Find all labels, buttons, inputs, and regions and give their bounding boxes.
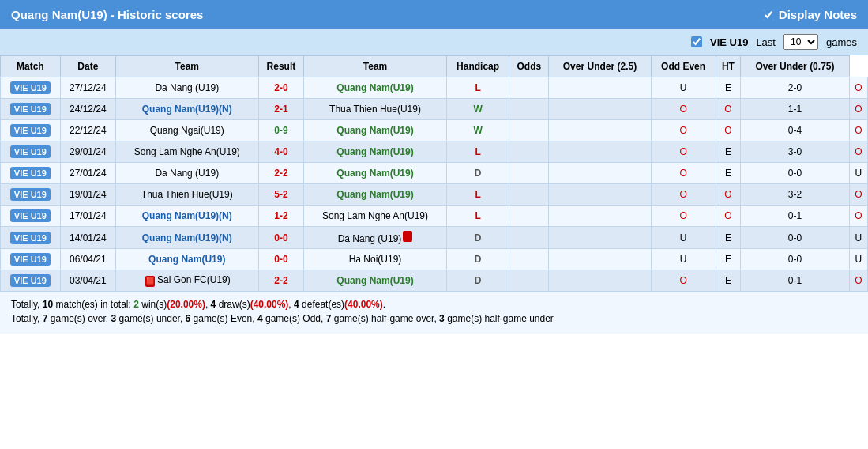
- cell-team-home: Da Nang (U19): [115, 77, 258, 99]
- cell-oe: O: [716, 99, 741, 120]
- cell-ou075: O: [849, 77, 867, 99]
- cell-team-away: Quang Nam(U19): [304, 141, 447, 163]
- cell-odds: [549, 77, 651, 99]
- cell-date: 03/04/21: [60, 270, 115, 292]
- cell-ou075: U: [849, 227, 867, 249]
- cell-result: W: [446, 120, 509, 141]
- cell-match: VIE U19: [1, 163, 61, 184]
- cell-result: D: [446, 163, 509, 184]
- table-row: VIE U1903/04/21🟥 Sai Gon FC(U19)2-2Quang…: [1, 270, 868, 292]
- cell-match: VIE U19: [1, 184, 61, 206]
- cell-team-home: Da Nang (U19): [115, 163, 258, 184]
- cell-score: 0-9: [258, 120, 304, 141]
- table-row: VIE U1922/12/24Quang Ngai(U19)0-9Quang N…: [1, 120, 868, 141]
- table-row: VIE U1914/01/24Quang Nam(U19)(N)0-0Da Na…: [1, 227, 868, 249]
- col-team-home: Team: [115, 56, 258, 77]
- cell-ht: 0-0: [741, 227, 850, 249]
- col-oe: Odd Even: [651, 56, 716, 77]
- cell-team-home: Quang Nam(U19): [115, 249, 258, 270]
- footer-line1: Totally, 10 match(es) in total: 2 win(s)…: [11, 299, 857, 310]
- cell-result: D: [446, 270, 509, 292]
- col-ht: HT: [716, 56, 741, 77]
- cell-date: 27/12/24: [60, 77, 115, 99]
- cell-ht: 0-0: [741, 163, 850, 184]
- table-row: VIE U1906/04/21Quang Nam(U19)0-0Ha Noi(U…: [1, 249, 868, 270]
- cell-ou075: O: [849, 270, 867, 292]
- cell-team-away: Ha Noi(U19): [304, 249, 447, 270]
- cell-ht: 3-2: [741, 184, 850, 206]
- cell-handicap: [509, 99, 549, 120]
- cell-team-home: Quang Nam(U19)(N): [115, 99, 258, 120]
- cell-oe: O: [716, 184, 741, 206]
- cell-ou25: O: [651, 141, 716, 163]
- league-label: VIE U19: [710, 36, 748, 48]
- col-odds: Odds: [509, 56, 549, 77]
- footer: Totally, 10 match(es) in total: 2 win(s)…: [0, 292, 868, 334]
- cell-odds: [549, 120, 651, 141]
- cell-odds: [549, 99, 651, 120]
- cell-ht: 0-1: [741, 206, 850, 227]
- col-date: Date: [60, 56, 115, 77]
- cell-date: 27/01/24: [60, 163, 115, 184]
- table-row: VIE U1927/01/24Da Nang (U19)2-2Quang Nam…: [1, 163, 868, 184]
- table-row: VIE U1917/01/24Quang Nam(U19)(N)1-2Song …: [1, 206, 868, 227]
- cell-handicap: [509, 120, 549, 141]
- col-handicap: Handicap: [446, 56, 509, 77]
- cell-score: 2-2: [258, 163, 304, 184]
- cell-team-home: Quang Nam(U19)(N): [115, 206, 258, 227]
- cell-odds: [549, 141, 651, 163]
- cell-match: VIE U19: [1, 270, 61, 292]
- cell-match: VIE U19: [1, 99, 61, 120]
- cell-team-home: 🟥 Sai Gon FC(U19): [115, 270, 258, 292]
- cell-date: 24/12/24: [60, 99, 115, 120]
- cell-odds: [549, 163, 651, 184]
- cell-ou075: O: [849, 99, 867, 120]
- cell-team-away: Song Lam Nghe An(U19): [304, 206, 447, 227]
- cell-match: VIE U19: [1, 206, 61, 227]
- games-select[interactable]: 10 5 15 20 25: [783, 34, 818, 50]
- table-row: VIE U1927/12/24Da Nang (U19)2-0Quang Nam…: [1, 77, 868, 99]
- cell-ou25: O: [651, 120, 716, 141]
- cell-score: 5-2: [258, 184, 304, 206]
- cell-score: 2-0: [258, 77, 304, 99]
- subheader: VIE U19 Last 10 5 15 20 25 games: [0, 29, 868, 55]
- page-title: Quang Nam(U19) - Historic scores: [11, 8, 203, 21]
- cell-handicap: [509, 206, 549, 227]
- cell-result: L: [446, 184, 509, 206]
- cell-score: 2-1: [258, 99, 304, 120]
- cell-handicap: [509, 141, 549, 163]
- cell-result: D: [446, 227, 509, 249]
- cell-team-away: Thua Thien Hue(U19): [304, 99, 447, 120]
- cell-team-home: Song Lam Nghe An(U19): [115, 141, 258, 163]
- cell-ou075: U: [849, 249, 867, 270]
- cell-ht: 1-1: [741, 99, 850, 120]
- col-ou25: Over Under (2.5): [549, 56, 651, 77]
- scores-table: Match Date Team Result Team Handicap Odd…: [0, 55, 868, 292]
- league-filter-checkbox[interactable]: [691, 36, 702, 47]
- cell-result: L: [446, 206, 509, 227]
- display-notes-checkbox[interactable]: [763, 9, 774, 21]
- games-label: games: [826, 36, 857, 48]
- table-header-row: Match Date Team Result Team Handicap Odd…: [1, 56, 868, 77]
- cell-oe: E: [716, 249, 741, 270]
- cell-score: 0-0: [258, 249, 304, 270]
- cell-ou25: O: [651, 99, 716, 120]
- cell-odds: [549, 227, 651, 249]
- col-match: Match: [1, 56, 61, 77]
- cell-oe: O: [716, 120, 741, 141]
- cell-ht: 0-0: [741, 249, 850, 270]
- cell-ht: 2-0: [741, 77, 850, 99]
- cell-match: VIE U19: [1, 77, 61, 99]
- cell-ou25: O: [651, 163, 716, 184]
- cell-match: VIE U19: [1, 249, 61, 270]
- cell-team-away: Da Nang (U19): [304, 227, 447, 249]
- cell-ou25: U: [651, 249, 716, 270]
- cell-team-away: Quang Nam(U19): [304, 163, 447, 184]
- cell-ou075: O: [849, 206, 867, 227]
- cell-handicap: [509, 227, 549, 249]
- cell-ht: 0-4: [741, 120, 850, 141]
- cell-result: W: [446, 99, 509, 120]
- cell-match: VIE U19: [1, 120, 61, 141]
- cell-ou075: O: [849, 141, 867, 163]
- cell-handicap: [509, 184, 549, 206]
